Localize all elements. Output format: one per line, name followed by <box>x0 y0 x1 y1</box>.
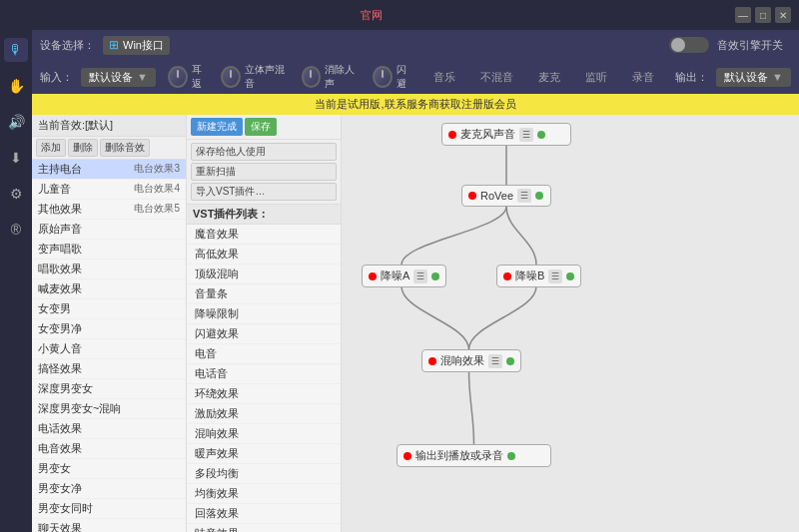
vst-item[interactable]: 哇音效果 <box>187 524 341 532</box>
new-complete-btn[interactable]: 新建完成 <box>191 118 243 136</box>
preset-item[interactable]: 儿童音电台效果4 <box>32 180 186 200</box>
preset-item[interactable]: 女变男 <box>32 299 186 319</box>
node-dot-left-output_node <box>403 452 411 460</box>
preset-item[interactable]: 小黄人音 <box>32 339 186 359</box>
vst-item[interactable]: 均衡效果 <box>187 484 341 504</box>
sidebar-icon-registered[interactable]: ® <box>4 218 28 242</box>
vst-item[interactable]: 降噪限制 <box>187 304 341 324</box>
node-dot-left-mix_effect <box>428 357 436 365</box>
node-dot-left-denoise_b <box>503 272 511 280</box>
toggle-dodge[interactable]: 闪避 <box>373 63 413 91</box>
preset-item-name: 变声唱歌 <box>38 242 180 257</box>
preset-item[interactable]: 电话效果 <box>32 419 186 439</box>
preset-item-effect: 电台效果5 <box>134 202 180 217</box>
node-label-denoise_b: 降噪B <box>515 268 544 283</box>
node-icon-mic_node: ☰ <box>519 128 533 142</box>
tab-nomix[interactable]: 不混音 <box>468 67 526 88</box>
preset-item[interactable]: 唱歌效果 <box>32 260 186 279</box>
preset-item-name: 喊麦效果 <box>38 281 180 296</box>
preset-item[interactable]: 变声唱歌 <box>32 240 186 260</box>
vst-toolbar: 新建完成 保存 <box>187 115 341 140</box>
sidebar-icon-hand[interactable]: ✋ <box>4 74 28 98</box>
connection-denoise_a-mix_effect <box>401 286 469 349</box>
toggle-knob <box>671 38 685 52</box>
vst-item[interactable]: 混响效果 <box>187 424 341 444</box>
window-controls: — □ ✕ <box>735 7 791 23</box>
toggle-circle-noise <box>302 66 322 88</box>
effect-node-mic_node[interactable]: 麦克风声音☰ <box>441 123 571 146</box>
presets-panel: 当前音效:[默认] 添加 删除 删除音效 主持电台电台效果3儿童音电台效果4其他… <box>32 115 187 532</box>
sidebar-icon-voice[interactable]: 🔊 <box>4 110 28 134</box>
graph-panel: 麦克风声音☰RoVee☰降噪A☰降噪B☰混响效果☰输出到播放或录音 <box>342 115 799 532</box>
tab-mic[interactable]: 麦克 <box>526 67 573 88</box>
tab-monitor[interactable]: 监听 <box>573 67 620 88</box>
effect-node-output_node[interactable]: 输出到播放或录音 <box>397 444 551 467</box>
node-dot-left-rovee_node <box>468 192 476 200</box>
delete-effect-btn[interactable]: 删除音效 <box>100 139 150 157</box>
preset-item[interactable]: 电音效果 <box>32 439 186 459</box>
effect-toggle-switch[interactable] <box>669 37 709 53</box>
preset-item[interactable]: 其他效果电台效果5 <box>32 200 186 220</box>
io-bar: 输入： 默认设备 ▼ 耳返 立体声混音 消除人声 <box>32 60 799 94</box>
vst-actions: 保存给他人使用 重新扫描 导入VST插件… <box>187 140 341 205</box>
add-preset-btn[interactable]: 添加 <box>36 139 66 157</box>
output-device-select[interactable]: 默认设备 ▼ <box>716 68 791 87</box>
input-device-select[interactable]: 默认设备 ▼ <box>81 68 156 87</box>
vst-item[interactable]: 电音 <box>187 344 341 364</box>
node-dot-right-output_node <box>507 452 515 460</box>
effect-toggles: 耳返 立体声混音 消除人声 闪避 <box>168 63 413 91</box>
effect-node-mix_effect[interactable]: 混响效果☰ <box>421 349 521 372</box>
preset-item[interactable]: 搞怪效果 <box>32 359 186 379</box>
preset-item[interactable]: 深度男变女~混响 <box>32 399 186 419</box>
import-vst-btn[interactable]: 导入VST插件… <box>191 183 337 201</box>
minimize-button[interactable]: — <box>735 7 751 23</box>
vst-item[interactable]: 高低效果 <box>187 245 341 265</box>
redraw-btn[interactable]: 重新扫描 <box>191 163 337 181</box>
toggle-label-noise: 消除人声 <box>325 63 360 91</box>
sidebar-icon-download[interactable]: ⬇ <box>4 146 28 170</box>
save-btn[interactable]: 保存 <box>245 118 277 136</box>
presets-header: 当前音效:[默认] <box>32 115 186 137</box>
vst-item[interactable]: 电话音 <box>187 364 341 384</box>
delete-preset-btn[interactable]: 删除 <box>68 139 98 157</box>
input-device-name: 默认设备 <box>89 70 133 85</box>
node-dot-left-denoise_a <box>369 272 377 280</box>
vst-item[interactable]: 顶级混响 <box>187 265 341 284</box>
vst-item[interactable]: 激励效果 <box>187 404 341 424</box>
vst-item[interactable]: 闪避效果 <box>187 324 341 344</box>
tab-record[interactable]: 录音 <box>620 67 667 88</box>
maximize-button[interactable]: □ <box>755 7 771 23</box>
preset-item-name: 主持电台 <box>38 162 134 177</box>
audio-tabs: 音乐 不混音 麦克 监听 录音 <box>421 67 667 88</box>
preset-item[interactable]: 喊麦效果 <box>32 279 186 299</box>
effect-node-rovee_node[interactable]: RoVee☰ <box>461 185 551 207</box>
sidebar-icon-settings[interactable]: ⚙ <box>4 182 28 206</box>
preset-item[interactable]: 男变女同时 <box>32 499 186 519</box>
vst-item[interactable]: 多段均衡 <box>187 464 341 484</box>
sidebar-icon-mic[interactable]: 🎙 <box>4 38 28 62</box>
vst-item[interactable]: 暖声效果 <box>187 444 341 464</box>
vst-item[interactable]: 音量条 <box>187 284 341 304</box>
save-for-others-btn[interactable]: 保存给他人使用 <box>191 143 337 161</box>
vst-item[interactable]: 环绕效果 <box>187 384 341 404</box>
effect-node-denoise_b[interactable]: 降噪B☰ <box>496 265 581 287</box>
toggle-earreturn[interactable]: 耳返 <box>168 63 209 91</box>
tab-music[interactable]: 音乐 <box>421 67 468 88</box>
toggle-noise[interactable]: 消除人声 <box>302 63 361 91</box>
preset-item[interactable]: 原始声音 <box>32 220 186 240</box>
input-label: 输入： <box>40 70 73 85</box>
toggle-stereo[interactable]: 立体声混音 <box>221 63 289 91</box>
close-button[interactable]: ✕ <box>775 7 791 23</box>
main-container: 🎙 ✋ 🔊 ⬇ ⚙ ® 设备选择： ⊞ Win接口 音效引擎开关 输入： <box>0 30 799 532</box>
preset-item[interactable]: 男变女净 <box>32 479 186 499</box>
preset-item[interactable]: 深度男变女 <box>32 379 186 399</box>
vst-item[interactable]: 回落效果 <box>187 504 341 524</box>
preset-item[interactable]: 女变男净 <box>32 319 186 339</box>
preset-item[interactable]: 聊天效果 <box>32 519 186 532</box>
vst-item[interactable]: 魔音效果 <box>187 225 341 245</box>
preset-item[interactable]: 男变女 <box>32 459 186 479</box>
preset-item[interactable]: 主持电台电台效果3 <box>32 160 186 180</box>
effect-node-denoise_a[interactable]: 降噪A☰ <box>362 265 446 287</box>
official-site-link[interactable]: 官网 <box>361 8 383 23</box>
device-select[interactable]: ⊞ Win接口 <box>103 36 170 55</box>
